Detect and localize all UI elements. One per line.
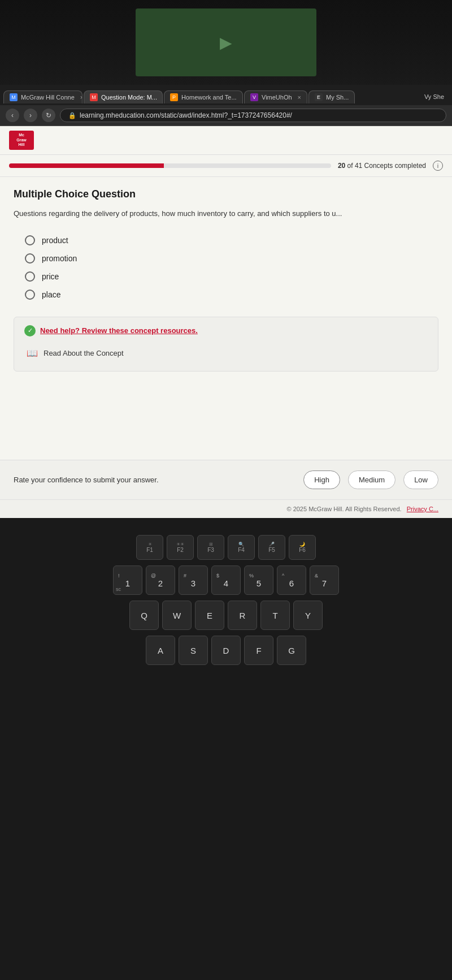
forward-button[interactable]: › [24,109,37,122]
page-footer: © 2025 McGraw Hill. All Rights Reserved.… [0,499,452,518]
lock-icon: 🔒 [68,112,76,119]
tab-bar: M McGraw Hill Conne × M Question Mode: M… [0,85,452,105]
progress-info-button[interactable]: i [433,161,443,171]
progress-text: 20 of 41 Concepts completed [338,162,426,170]
progress-fill [9,163,164,168]
user-label: Vy She [420,91,449,102]
radio-price[interactable] [25,271,35,282]
key-f4[interactable]: 🔍 F4 [228,535,255,560]
tab-close-3[interactable]: × [242,94,243,101]
option-text-price: price [42,272,59,281]
option-text-promotion: promotion [42,254,77,263]
radio-product[interactable] [25,235,35,245]
key-2[interactable]: @ 2 [146,565,175,595]
confidence-low-button[interactable]: Low [403,470,438,489]
footer-copyright: © 2025 McGraw Hill. All Rights Reserved. [286,506,401,512]
option-place[interactable]: place [25,290,438,300]
number-row: sc ! 1 @ 2 # 3 $ 4 % 5 ^ 6 & 7 [0,565,452,595]
key-q[interactable]: Q [129,601,159,630]
confidence-label: Rate your confidence to submit your answ… [14,476,295,484]
key-g[interactable]: G [277,636,306,665]
tab-close-1[interactable]: × [80,94,82,101]
help-section: ✓ Need help? Review these concept resour… [14,317,438,372]
key-5[interactable]: % 5 [244,565,273,595]
tab-icon-vimeo: V [250,93,258,101]
question-text: Questions regarding the delivery of prod… [14,208,438,219]
key-7[interactable]: & 7 [310,565,339,595]
key-w[interactable]: W [162,601,192,630]
privacy-link[interactable]: Privacy C... [407,506,438,512]
key-3[interactable]: # 3 [179,565,208,595]
option-promotion[interactable]: promotion [25,253,438,264]
tab-question[interactable]: M Question Mode: M... × [84,90,163,103]
tab-close-4[interactable]: × [298,94,301,101]
video-thumbnail: ▶ [136,8,316,76]
key-f5[interactable]: 🎤 F5 [258,535,285,560]
help-title[interactable]: Need help? Review these concept resource… [40,326,198,335]
question-title: Multiple Choice Question [14,188,438,200]
back-button[interactable]: ‹ [6,109,19,122]
help-header: ✓ Need help? Review these concept resour… [24,325,428,336]
key-s[interactable]: S [179,636,208,665]
address-bar[interactable]: 🔒 learning.mheducation.com/static/awd/in… [60,109,446,122]
option-price[interactable]: price [25,271,438,282]
key-e[interactable]: E [195,601,224,630]
help-resource[interactable]: 📖 Read About the Concept [24,343,428,363]
mh-logo: Mc Graw Hill [9,131,34,150]
book-icon: 📖 [27,348,38,359]
fn-key-row: ☀ F1 ☀☀ F2 ⊞ F3 🔍 F4 🎤 F5 🌙 F6 [0,535,452,560]
key-f2[interactable]: ☀☀ F2 [167,535,194,560]
key-f6[interactable]: 🌙 F6 [289,535,316,560]
progress-bar [9,163,331,168]
key-r[interactable]: R [228,601,257,630]
tab-icon-mcgrawhill: M [10,93,18,101]
help-check-icon: ✓ [24,325,36,336]
option-product[interactable]: product [25,235,438,245]
progress-area: 20 of 41 Concepts completed i [0,155,452,177]
tab-vimeo[interactable]: V VimeUhOh × [244,90,307,103]
main-content: Mc Graw Hill 20 of 41 Concepts completed… [0,126,452,518]
keyboard-area: ☀ F1 ☀☀ F2 ⊞ F3 🔍 F4 🎤 F5 🌙 F6 sc ! 1 [0,518,452,846]
radio-place[interactable] [25,290,35,300]
key-f1[interactable]: ☀ F1 [136,535,163,560]
letter-row-2: A S D F G [0,636,452,665]
key-y[interactable]: Y [293,601,323,630]
answer-options: product promotion price place [25,235,438,300]
browser-chrome: M McGraw Hill Conne × M Question Mode: M… [0,85,452,126]
key-d[interactable]: D [211,636,241,665]
tab-icon-homework: P [170,93,178,101]
key-6[interactable]: ^ 6 [277,565,306,595]
confidence-medium-button[interactable]: Medium [348,470,395,489]
help-resource-text: Read About the Concept [44,349,124,357]
question-area: Multiple Choice Question Questions regar… [0,177,452,460]
key-4[interactable]: $ 4 [211,565,241,595]
option-text-product: product [42,236,68,245]
tab-icon-mysh: E [315,93,323,101]
refresh-button[interactable]: ↻ [42,109,55,122]
key-f[interactable]: F [244,636,273,665]
radio-promotion[interactable] [25,253,35,264]
letter-row-1: Q W E R T Y [0,601,452,630]
key-t[interactable]: T [260,601,290,630]
confidence-bar: Rate your confidence to submit your answ… [0,460,452,499]
tab-homework[interactable]: P Homework and Te... × [164,90,243,103]
key-f3[interactable]: ⊞ F3 [197,535,224,560]
tab-mcgrawhill[interactable]: M McGraw Hill Conne × [3,90,82,103]
key-a[interactable]: A [146,636,175,665]
tab-mysh[interactable]: E My Sh... [308,90,355,103]
key-1[interactable]: sc ! 1 [113,565,142,595]
confidence-high-button[interactable]: High [303,470,340,489]
tab-icon-question: M [90,93,98,101]
option-text-place: place [42,290,60,299]
top-dark-area: ▶ [0,0,452,85]
address-bar-row: ‹ › ↻ 🔒 learning.mheducation.com/static/… [0,105,452,126]
mh-header: Mc Graw Hill [0,126,452,155]
